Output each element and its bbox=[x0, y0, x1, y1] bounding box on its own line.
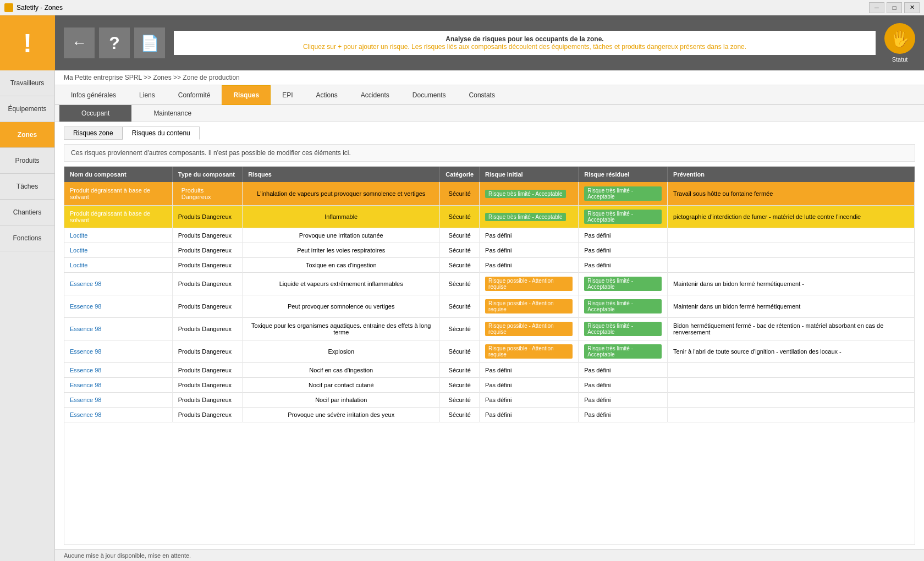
cell-risques: Nocif par inhalation bbox=[243, 393, 440, 408]
cell-prevention bbox=[668, 243, 915, 258]
cell-risques: Peut provoquer somnolence ou vertiges bbox=[243, 295, 440, 318]
cell-risque-residuel: Pas défini bbox=[579, 378, 668, 393]
doc-icon: 📄 bbox=[140, 34, 160, 52]
col-risques: Risques bbox=[243, 167, 440, 182]
table-row[interactable]: Essence 98Produits DangereuxExplosionSéc… bbox=[64, 340, 915, 363]
content-tabs: Risques zone Risques du contenu bbox=[55, 122, 924, 140]
cell-composant: Loctite bbox=[64, 228, 172, 243]
sub-tab-occupant[interactable]: Occupant bbox=[59, 105, 131, 122]
cell-risque-residuel: Risque très limité - Acceptable bbox=[579, 318, 668, 340]
header-info-line2[interactable]: Cliquez sur + pour ajouter un risque. Le… bbox=[185, 43, 865, 51]
tab-conformite[interactable]: Conformité bbox=[167, 85, 222, 105]
cell-composant: Essence 98 bbox=[64, 393, 172, 408]
sidebar-item-fonctions[interactable]: Fonctions bbox=[0, 226, 54, 251]
sidebar-item-taches[interactable]: Tâches bbox=[0, 174, 54, 200]
cell-prevention: Maintenir dans un bidon fermé hermétique… bbox=[668, 295, 915, 318]
tab-risques[interactable]: Risques bbox=[222, 85, 271, 105]
cell-categorie: Sécurité bbox=[440, 228, 480, 243]
tab-infos[interactable]: Infos générales bbox=[59, 85, 128, 105]
minimize-button[interactable]: ─ bbox=[869, 2, 884, 13]
cell-composant: Essence 98 bbox=[64, 340, 172, 363]
tab-constats[interactable]: Constats bbox=[458, 85, 507, 105]
cell-prevention: Maintenir dans un bidon fermé hermétique… bbox=[668, 273, 915, 295]
col-categorie: Catégorie bbox=[440, 167, 480, 182]
table-row[interactable]: LoctiteProduits DangereuxToxique en cas … bbox=[64, 258, 915, 273]
cell-risque-residuel: Pas défini bbox=[579, 408, 668, 422]
cell-risque-initial: Pas défini bbox=[480, 243, 579, 258]
tab-accidents[interactable]: Accidents bbox=[349, 85, 401, 105]
statut-button[interactable]: 🖐 bbox=[884, 23, 915, 54]
cell-categorie: Sécurité bbox=[440, 340, 480, 363]
cell-type: Produits Dangereux bbox=[172, 258, 242, 273]
breadcrumb: Ma Petite entreprise SPRL >> Zones >> Zo… bbox=[55, 70, 924, 85]
table-row[interactable]: Essence 98Produits DangereuxNocif par co… bbox=[64, 378, 915, 393]
sidebar-item-produits[interactable]: Produits bbox=[0, 148, 54, 174]
header-nav-buttons: ← ? 📄 bbox=[64, 28, 165, 58]
cell-prevention bbox=[668, 378, 915, 393]
header-info: Analyse de risques pour les occupants de… bbox=[174, 31, 876, 55]
cell-risques: Provoque une sévère irritation des yeux bbox=[243, 408, 440, 422]
cell-risques: Nocif par contact cutané bbox=[243, 378, 440, 393]
cell-risques: Liquide et vapeurs extrêmement inflammab… bbox=[243, 273, 440, 295]
sub-tab-maintenance[interactable]: Maintenance bbox=[131, 105, 213, 122]
cell-categorie: Sécurité bbox=[440, 273, 480, 295]
cell-categorie: Sécurité bbox=[440, 393, 480, 408]
tab-liens[interactable]: Liens bbox=[128, 85, 167, 105]
app-container: ! Travailleurs Équipements Zones Produit… bbox=[0, 15, 924, 561]
cell-risques: Inflammable bbox=[243, 206, 440, 228]
col-risque-initial: Risque initial bbox=[480, 167, 579, 182]
tabs-bar: Infos générales Liens Conformité Risques… bbox=[55, 85, 924, 105]
statut-label: Statut bbox=[892, 56, 908, 63]
close-button[interactable]: ✕ bbox=[904, 2, 920, 13]
col-type: Type du composant bbox=[172, 167, 242, 182]
table-row[interactable]: LoctiteProduits DangereuxProvoque une ir… bbox=[64, 228, 915, 243]
cell-risque-initial: Pas défini bbox=[480, 378, 579, 393]
risks-table-container[interactable]: Nom du composant Type du composant Risqu… bbox=[64, 166, 915, 545]
cell-composant: Essence 98 bbox=[64, 378, 172, 393]
sub-tabs-bar: Occupant Maintenance bbox=[55, 105, 924, 122]
table-row[interactable]: Essence 98Produits DangereuxNocif par in… bbox=[64, 393, 915, 408]
back-icon: ← bbox=[72, 34, 87, 52]
sidebar-item-zones[interactable]: Zones bbox=[0, 122, 54, 148]
header-statut: 🖐 Statut bbox=[884, 23, 915, 63]
back-button[interactable]: ← bbox=[64, 28, 95, 58]
cell-prevention bbox=[668, 258, 915, 273]
cell-type: Produits Dangereux bbox=[172, 378, 242, 393]
cell-risques: Explosion bbox=[243, 340, 440, 363]
cell-risque-initial: Pas défini bbox=[480, 363, 579, 378]
sidebar-item-equipements[interactable]: Équipements bbox=[0, 96, 54, 122]
cell-categorie: Sécurité bbox=[440, 243, 480, 258]
cell-risque-residuel: Pas défini bbox=[579, 393, 668, 408]
table-row[interactable]: Essence 98Produits DangereuxNocif en cas… bbox=[64, 363, 915, 378]
sidebar-item-chantiers[interactable]: Chantiers bbox=[0, 200, 54, 226]
main-wrapper: ← ? 📄 Analyse de risques pour les occupa… bbox=[55, 15, 924, 561]
cell-risque-initial: Pas défini bbox=[480, 228, 579, 243]
content-tab-risques-zone[interactable]: Risques zone bbox=[64, 127, 123, 140]
cell-risque-residuel: Pas défini bbox=[579, 258, 668, 273]
doc-button[interactable]: 📄 bbox=[134, 28, 165, 58]
table-row[interactable]: Produit dégraissant à base de solvantPro… bbox=[64, 182, 915, 206]
help-icon: ? bbox=[109, 33, 120, 53]
help-button[interactable]: ? bbox=[99, 28, 130, 58]
table-row[interactable]: Essence 98Produits DangereuxProvoque une… bbox=[64, 408, 915, 422]
cell-categorie: Sécurité bbox=[440, 363, 480, 378]
table-row[interactable]: Essence 98Produits DangereuxLiquide et v… bbox=[64, 273, 915, 295]
maximize-button[interactable]: □ bbox=[887, 2, 902, 13]
sidebar-item-travailleurs[interactable]: Travailleurs bbox=[0, 70, 54, 96]
table-row[interactable]: Essence 98Produits DangereuxPeut provoqu… bbox=[64, 295, 915, 318]
cell-risque-initial: Risque très limité - Acceptable bbox=[480, 206, 579, 228]
tab-documents[interactable]: Documents bbox=[401, 85, 458, 105]
tab-actions[interactable]: Actions bbox=[304, 85, 349, 105]
window-controls[interactable]: ─ □ ✕ bbox=[869, 2, 920, 13]
tab-epi[interactable]: EPI bbox=[271, 85, 304, 105]
cell-risques: L'inhalation de vapeurs peut provoquer s… bbox=[243, 182, 440, 206]
cell-risque-initial: Risque possible - Attention requise bbox=[480, 318, 579, 340]
table-row[interactable]: LoctiteProduits DangereuxPeut irriter le… bbox=[64, 243, 915, 258]
table-row[interactable]: Produit dégraissant à base de solvantPro… bbox=[64, 206, 915, 228]
cell-type: Produits Dangereux bbox=[172, 228, 242, 243]
table-row[interactable]: Essence 98Produits DangereuxToxique pour… bbox=[64, 318, 915, 340]
col-prevention: Prévention bbox=[668, 167, 915, 182]
content-tab-risques-contenu[interactable]: Risques du contenu bbox=[123, 127, 200, 140]
cell-prevention bbox=[668, 228, 915, 243]
cell-composant: Essence 98 bbox=[64, 363, 172, 378]
